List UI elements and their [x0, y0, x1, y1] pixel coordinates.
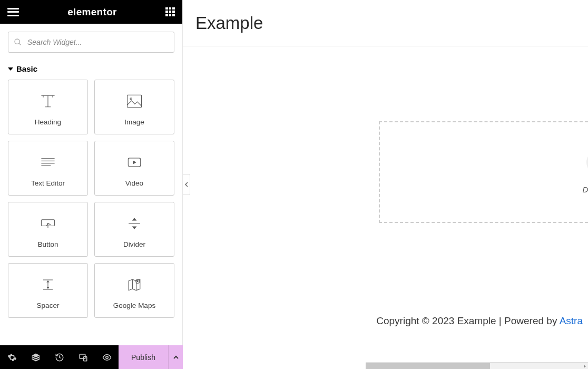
spacer-icon — [38, 275, 57, 294]
search-widget-box[interactable] — [8, 32, 174, 53]
widget-spacer[interactable]: Spacer — [8, 263, 88, 318]
svg-marker-18 — [46, 280, 49, 282]
widget-text-editor[interactable]: Text Editor — [8, 141, 88, 196]
svg-point-26 — [105, 356, 108, 358]
search-input[interactable] — [22, 38, 169, 46]
divider-icon — [125, 214, 144, 233]
widget-label: Button — [37, 240, 58, 248]
widget-label: Image — [124, 118, 144, 126]
elementor-sidebar: elementor Basic Heading Image Text Edito… — [0, 0, 183, 369]
category-basic-toggle[interactable]: Basic — [8, 64, 174, 80]
scrollbar-thumb[interactable] — [366, 363, 490, 369]
page-title: Example — [183, 0, 588, 46]
heading-icon — [38, 92, 57, 111]
widget-google-maps[interactable]: Google Maps — [94, 263, 174, 318]
brand-logo: elementor — [67, 6, 117, 18]
search-icon — [14, 38, 22, 46]
apps-grid-icon[interactable] — [165, 7, 175, 17]
svg-point-0 — [15, 39, 19, 44]
chevron-left-icon — [184, 182, 189, 187]
widget-label: Heading — [35, 118, 61, 126]
dropzone-hint: Drag widget here — [582, 185, 588, 194]
widget-grid: Heading Image Text Editor Video Button D… — [0, 80, 182, 318]
widget-label: Spacer — [37, 302, 60, 309]
settings-button[interactable] — [0, 345, 24, 369]
footer-link[interactable]: Astra — [560, 315, 583, 326]
gear-icon — [7, 353, 17, 362]
image-icon — [125, 92, 144, 111]
text-editor-icon — [38, 153, 57, 172]
page-footer: Copyright © 2023 Example | Powered by As… — [366, 315, 588, 327]
svg-marker-29 — [584, 365, 586, 368]
button-icon — [38, 214, 57, 233]
horizontal-scrollbar[interactable] — [366, 362, 588, 369]
responsive-icon — [79, 353, 88, 362]
widget-label: Text Editor — [31, 179, 65, 187]
history-icon — [55, 353, 64, 362]
svg-marker-12 — [132, 218, 137, 220]
navigator-button[interactable] — [24, 345, 47, 369]
widget-button[interactable]: Button — [8, 202, 88, 257]
widget-label: Google Maps — [113, 302, 155, 309]
chevron-up-icon — [173, 354, 179, 361]
widget-label: Video — [125, 179, 143, 187]
menu-icon[interactable] — [7, 8, 19, 16]
eye-icon — [102, 353, 112, 362]
caret-down-icon — [8, 66, 13, 72]
sidebar-bottombar: Publish — [0, 345, 183, 369]
svg-marker-19 — [46, 287, 49, 289]
editor-canvas: Example Drag widget here Copyright © 202… — [183, 0, 588, 369]
widget-video[interactable]: Video — [94, 141, 174, 196]
widget-divider[interactable]: Divider — [94, 202, 174, 257]
preview-button[interactable] — [95, 345, 119, 369]
collapse-sidebar-handle[interactable] — [183, 174, 190, 195]
svg-marker-10 — [133, 160, 136, 164]
svg-line-1 — [19, 43, 21, 45]
widget-label: Divider — [123, 240, 145, 248]
category-label: Basic — [16, 64, 37, 73]
sidebar-topbar: elementor — [0, 0, 182, 24]
svg-point-4 — [130, 98, 132, 100]
add-section-button[interactable] — [586, 150, 589, 174]
google-maps-icon — [125, 275, 144, 294]
drop-zone[interactable]: Drag widget here — [379, 121, 588, 223]
responsive-button[interactable] — [71, 345, 95, 369]
video-icon — [125, 153, 144, 172]
svg-point-23 — [137, 280, 139, 282]
widget-heading[interactable]: Heading — [8, 80, 88, 134]
svg-rect-3 — [128, 95, 142, 107]
publish-options-button[interactable] — [168, 345, 183, 369]
scrollbar-right-arrow[interactable] — [581, 363, 588, 369]
publish-button[interactable]: Publish — [119, 345, 168, 369]
widget-image[interactable]: Image — [94, 80, 174, 134]
svg-marker-2 — [8, 67, 13, 71]
layers-icon — [31, 353, 41, 362]
history-button[interactable] — [47, 345, 71, 369]
svg-marker-14 — [132, 226, 137, 229]
